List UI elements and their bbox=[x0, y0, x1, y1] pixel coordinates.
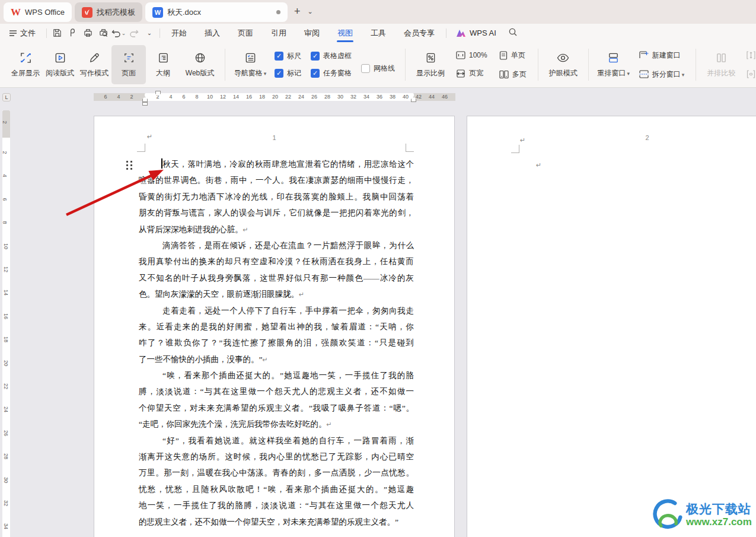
split-window-button[interactable]: 拆分窗口▾ bbox=[637, 68, 687, 81]
write-mode-button[interactable]: 写作模式 bbox=[77, 45, 111, 84]
undo-chevron-icon[interactable]: ⌄ bbox=[122, 30, 126, 36]
menu-item-reference[interactable]: 引用 bbox=[262, 24, 295, 42]
vertical-ruler[interactable]: 2246810121416182022242628303234 bbox=[2, 110, 10, 537]
web-layout-button[interactable]: Web版式 bbox=[180, 45, 219, 84]
redo-button[interactable] bbox=[126, 26, 142, 40]
side-by-side-button[interactable]: 并排比较 bbox=[701, 45, 741, 84]
rearrange-windows-button[interactable]: 重排窗口▾ bbox=[594, 45, 633, 84]
tab-wps-office[interactable]: W WPS Office bbox=[4, 2, 72, 22]
ruler-tick: 6 bbox=[104, 94, 107, 100]
zoom-value-label: 100% bbox=[469, 51, 487, 59]
nav-pane-label: 导航窗格▾ bbox=[234, 68, 267, 78]
nav-pane-icon bbox=[244, 52, 257, 64]
split-window-label: 拆分窗口▾ bbox=[652, 69, 685, 80]
horizontal-ruler[interactable]: 6422468101214161820222426283032343638404… bbox=[94, 93, 455, 101]
text-line: 走着走着，远处一个人停下了自行车，手中撑着一把伞，匆匆向我走 bbox=[139, 303, 414, 319]
file-menu-button[interactable]: 文件 bbox=[0, 28, 44, 39]
ruler-tick: 46 bbox=[442, 94, 448, 100]
search-icon[interactable] bbox=[503, 27, 522, 39]
checkbox-label: 任务窗格 bbox=[323, 68, 352, 78]
ruler-tick: 44 bbox=[429, 94, 435, 100]
tab-docer-templates[interactable]: 找稻壳模板 bbox=[75, 2, 142, 22]
menu-item-view[interactable]: 视图 bbox=[328, 24, 362, 42]
wps-ai-button[interactable]: WPS AI bbox=[449, 28, 503, 37]
side-by-side-icon bbox=[715, 52, 728, 64]
ruler-tick: 22 bbox=[285, 94, 291, 100]
page-mode-button[interactable]: 页面 bbox=[111, 45, 146, 84]
paragraph-mark: ↵ bbox=[536, 161, 541, 169]
print-preview-button[interactable] bbox=[95, 26, 111, 40]
ruler-tick: 26 bbox=[311, 94, 317, 100]
tab-document[interactable]: W 秋天.docx bbox=[145, 2, 288, 22]
save-button[interactable] bbox=[49, 26, 65, 40]
page-width-button[interactable]: 页宽 bbox=[454, 67, 490, 80]
divider bbox=[405, 49, 406, 81]
text-line: 万里。那一刻，温暖在我心中荡漾。青春的刻，多一点洒脱，少一点忧愁。 bbox=[139, 465, 414, 481]
text-line: 我用真挚付出的换来的却只有空虚和冷漠？任秋雨洒在我身上，任枯黄而 bbox=[139, 253, 414, 269]
read-mode-icon bbox=[54, 52, 66, 64]
paragraph-mark: ↵ bbox=[243, 226, 248, 233]
text-line: 渐离开这失意的场所。这时候，我内心里的忧愁已了无踪影，内心已晴空 bbox=[139, 449, 414, 465]
sync-column: 同步滚动 重设位置 bbox=[744, 49, 756, 81]
checkbox-gridlines[interactable]: 网格线 bbox=[361, 63, 395, 74]
text-line: “走吧，你回家先洗个澡，洗完后我带你去吃好吃的。↵ bbox=[139, 416, 414, 432]
ruler-tick: 6 bbox=[2, 198, 8, 201]
document-page-2[interactable]: ↵ 2 ↵ bbox=[467, 116, 756, 537]
checkbox-marks[interactable]: ✓标记 bbox=[275, 68, 301, 78]
checkbox-ruler[interactable]: ✓标尺 bbox=[275, 51, 301, 61]
wps-ai-label: WPS AI bbox=[470, 28, 496, 37]
export-pdf-button[interactable] bbox=[65, 26, 80, 40]
text-line: 膊，淡淡说道：“与其在这里做一个怨天尤人的悲观主义者，还不如做一 bbox=[139, 383, 414, 399]
tab-stop-selector[interactable]: L bbox=[2, 93, 11, 101]
menu-item-review[interactable]: 审阅 bbox=[295, 24, 328, 42]
tab-list-chevron-icon[interactable]: ⌄ bbox=[304, 2, 316, 20]
watermark-site-name: 极光下载站 bbox=[686, 502, 752, 516]
quickbar-more-chevron[interactable]: ⌄ bbox=[142, 26, 157, 40]
ruler-tick: 28 bbox=[3, 453, 9, 459]
zoom-100-button[interactable]: 100% bbox=[454, 50, 490, 61]
menu-item-tools[interactable]: 工具 bbox=[362, 24, 395, 42]
eye-protect-label: 护眼模式 bbox=[549, 68, 578, 78]
document-text[interactable]: 秋天，落叶满地，冷寂的秋雨肆意地宣泄着它的情绪，用悲凉给这个喧嚣的世界调色。街巷… bbox=[139, 156, 414, 530]
multi-page-icon bbox=[499, 70, 509, 79]
menu-item-member[interactable]: 会员专享 bbox=[395, 24, 444, 42]
sync-scroll-button[interactable]: 同步滚动 bbox=[744, 49, 756, 62]
one-to-one-icon bbox=[456, 51, 465, 59]
paragraph-drag-handle[interactable] bbox=[126, 161, 132, 171]
text-line: 色。望向灰濛濛的天空，眼前逐渐泪眼朦胧。↵ bbox=[139, 286, 414, 302]
ruler-tick: 24 bbox=[3, 406, 9, 412]
print-button[interactable] bbox=[80, 26, 95, 40]
rearrange-windows-icon bbox=[607, 52, 620, 64]
page-mode-label: 页面 bbox=[122, 68, 136, 78]
outline-button[interactable]: 大纲 bbox=[146, 45, 180, 84]
zoom-options-column: 100% 页宽 bbox=[454, 50, 490, 80]
ruler-tick: 10 bbox=[3, 243, 9, 249]
text-line: “好”，我看着她说道。就这样我坐着她的自行车，一路冒着雨，渐 bbox=[139, 433, 414, 449]
menu-item-insert[interactable]: 插入 bbox=[196, 24, 229, 42]
reset-position-button[interactable]: 重设位置 bbox=[744, 68, 756, 81]
nav-pane-button[interactable]: 导航窗格▾ bbox=[231, 45, 270, 84]
window-buttons-column: 新建窗口 拆分窗口▾ bbox=[637, 49, 687, 81]
new-window-button[interactable]: 新建窗口 bbox=[637, 49, 687, 62]
menu-item-page[interactable]: 页面 bbox=[229, 24, 262, 42]
ruler-tick: 12 bbox=[3, 266, 9, 272]
checkbox-unchecked-icon bbox=[361, 64, 370, 73]
left-indent-marker[interactable] bbox=[142, 102, 148, 106]
outline-icon bbox=[157, 52, 170, 64]
undo-button[interactable]: ⌄ bbox=[111, 26, 126, 40]
single-page-button[interactable]: 单页 bbox=[497, 49, 529, 62]
ruler-tick: 4 bbox=[117, 94, 120, 100]
eye-protect-button[interactable]: 护眼模式 bbox=[544, 45, 583, 84]
checkbox-checked-icon: ✓ bbox=[275, 52, 283, 61]
menu-item-home[interactable]: 开始 bbox=[162, 24, 196, 42]
text-line: 昏黄的街灯无力地洒下冰冷的光线，印在我落寞的脸颊上。我脑中回荡着 bbox=[139, 189, 414, 205]
new-tab-button[interactable]: + bbox=[291, 2, 304, 20]
checkbox-table-border[interactable]: ✓表格虚框 bbox=[311, 51, 352, 61]
document-page-1[interactable]: ↵ 1 秋天，落叶满地，冷寂的秋雨肆意地宣泄着它的情绪，用悲凉给这个喧嚣的世界调… bbox=[94, 116, 455, 537]
document-canvas[interactable]: ↵ 1 秋天，落叶满地，冷寂的秋雨肆意地宣泄着它的情绪，用悲凉给这个喧嚣的世界调… bbox=[0, 88, 756, 537]
multi-page-button[interactable]: 多页 bbox=[497, 68, 529, 81]
zoom-scale-button[interactable]: 显示比例 bbox=[411, 45, 450, 84]
read-mode-button[interactable]: 阅读版式 bbox=[43, 45, 77, 84]
fullscreen-button[interactable]: 全屏显示 bbox=[8, 45, 43, 84]
checkbox-task-pane[interactable]: ✓任务窗格 bbox=[311, 68, 352, 78]
